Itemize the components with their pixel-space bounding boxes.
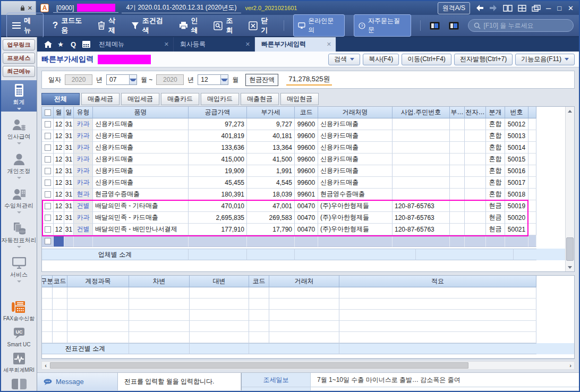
- grid-cell[interactable]: [247, 235, 295, 247]
- grid-cell[interactable]: 신용카드매출: [93, 130, 189, 142]
- grid-cell[interactable]: 12: [54, 130, 64, 142]
- journal-cell[interactable]: [42, 321, 53, 332]
- journal-cell[interactable]: [249, 299, 269, 310]
- grid-cell[interactable]: [93, 235, 189, 247]
- journal-cell[interactable]: [249, 310, 269, 321]
- grid-cell[interactable]: 31: [64, 212, 74, 224]
- grid-cell[interactable]: 카과: [74, 118, 93, 130]
- grid-cell[interactable]: 31: [64, 177, 74, 189]
- journal-cell[interactable]: [129, 287, 190, 299]
- type-tab-sales-card[interactable]: 매출카드: [161, 93, 199, 105]
- journal-cell[interactable]: [53, 287, 67, 299]
- journal-cell[interactable]: [53, 332, 67, 343]
- function-menu-button[interactable]: 기능모음(F11): [515, 54, 575, 65]
- grid-cell[interactable]: [465, 224, 486, 235]
- grid-cell[interactable]: [450, 142, 465, 154]
- cash-balance-button[interactable]: 현금잔액: [245, 74, 278, 86]
- grid-cell[interactable]: 17,790: [247, 224, 295, 235]
- journal-cell[interactable]: [269, 310, 339, 321]
- row-checkbox[interactable]: [45, 191, 51, 198]
- grid-cell[interactable]: [465, 177, 486, 189]
- grid-row[interactable]: 1231현과현금영수증매출180,39118,03999601현금영수증매출혼합…: [42, 189, 574, 200]
- code-help-button[interactable]: ? 코드도움: [53, 16, 89, 35]
- grid-cell[interactable]: [528, 177, 536, 189]
- grid-cell[interactable]: [450, 130, 465, 142]
- grid-cell[interactable]: [42, 212, 54, 224]
- grid-cell[interactable]: 12: [54, 177, 64, 189]
- grid-cell[interactable]: 50019: [505, 200, 528, 212]
- grid-cell[interactable]: 12: [54, 118, 64, 130]
- grid-row[interactable]: 1231카과신용카드매출133,63613,36499600신용카드매출혼합50…: [42, 142, 574, 154]
- grid-cell[interactable]: [450, 189, 465, 200]
- news-row[interactable]: 조세일보 7월 1~10일 수출 마이너스로 출발… 감소폭은 줄여: [242, 373, 579, 387]
- grid-cell[interactable]: 신용카드매출: [93, 142, 189, 154]
- sidebar-nav-service[interactable]: 서비스: [1, 253, 37, 284]
- news-headline[interactable]: 코로나로 세금 못 내 위기 놓인 납세자에 제대로 안내해야: [311, 387, 478, 390]
- journal-cell[interactable]: [339, 332, 536, 343]
- layout-toggle-left-icon[interactable]: [430, 22, 440, 30]
- grid-cell[interactable]: [528, 165, 536, 177]
- journal-cell[interactable]: [42, 310, 53, 321]
- grid-cell[interactable]: 31: [64, 142, 74, 154]
- grid-cell[interactable]: [450, 165, 465, 177]
- menu-button[interactable]: 메뉴: [6, 13, 44, 38]
- grid-cell[interactable]: [42, 130, 54, 142]
- grid-cell[interactable]: 9,727: [247, 118, 295, 130]
- favorites-star-icon[interactable]: ★: [54, 37, 67, 52]
- grid-cell[interactable]: 카과: [74, 212, 93, 224]
- grid-cell[interactable]: 31: [64, 118, 74, 130]
- grid-cell[interactable]: 현과: [74, 189, 93, 200]
- journal-cell[interactable]: [339, 299, 536, 310]
- month-from-select[interactable]: 07: [106, 74, 137, 85]
- sidebar-tool-tax-mri[interactable]: 세무회계MRI: [1, 350, 37, 376]
- grid-cell[interactable]: [189, 235, 247, 247]
- scroll-right-icon[interactable]: ›: [567, 362, 574, 369]
- grid-cell[interactable]: 배달의민족 - 카드매출: [93, 212, 189, 224]
- grid-cell[interactable]: [393, 235, 450, 247]
- maximize-button[interactable]: □: [557, 4, 562, 12]
- journal-cell[interactable]: [249, 287, 269, 299]
- row-checkbox[interactable]: [45, 121, 51, 127]
- grid-cell[interactable]: 혼합: [486, 165, 505, 177]
- journal-cell[interactable]: [190, 332, 249, 343]
- grid-cell[interactable]: 31: [64, 189, 74, 200]
- journal-cell[interactable]: [339, 310, 536, 321]
- grid-cell[interactable]: [42, 200, 54, 212]
- grid-cell[interactable]: 혼합: [486, 177, 505, 189]
- dropdown-icon[interactable]: [220, 75, 228, 84]
- delete-button[interactable]: 삭제: [98, 16, 122, 35]
- journal-cell[interactable]: [249, 332, 269, 343]
- journal-cell[interactable]: [67, 332, 129, 343]
- journal-cell[interactable]: [67, 299, 129, 310]
- grid-cell[interactable]: 99601: [295, 189, 318, 200]
- grid-cell[interactable]: [393, 189, 450, 200]
- row-checkbox[interactable]: [45, 168, 51, 174]
- type-tab-purchase-tax[interactable]: 매입세금: [121, 93, 159, 105]
- grid-cell[interactable]: 혼합: [486, 189, 505, 200]
- journal-cell[interactable]: [129, 332, 190, 343]
- grid-cell[interactable]: 415,000: [189, 154, 247, 165]
- grid-cell[interactable]: [528, 118, 536, 130]
- grid-cell[interactable]: 269,583: [247, 212, 295, 224]
- journal-cell[interactable]: [190, 299, 249, 310]
- grid-cell[interactable]: 배달의민족 - 배민만나서결제: [93, 224, 189, 235]
- grid-cell[interactable]: 1,991: [247, 165, 295, 177]
- grid-cell[interactable]: 401,819: [189, 130, 247, 142]
- grid-cell[interactable]: [465, 154, 486, 165]
- grid-cell[interactable]: 31: [64, 200, 74, 212]
- grid-cell[interactable]: [450, 224, 465, 235]
- grid-cell[interactable]: 혼합: [486, 118, 505, 130]
- tab-quick-vat-entry[interactable]: 빠른부가세입력✕: [255, 37, 336, 52]
- grid-cell[interactable]: 12: [54, 165, 64, 177]
- grid-row[interactable]: 1231카과신용카드매출45,4554,54599600신용카드매출혼합5001…: [42, 177, 574, 189]
- grid-cell[interactable]: [42, 235, 54, 247]
- grid-cell[interactable]: 12: [54, 212, 64, 224]
- grid-cell[interactable]: [465, 212, 486, 224]
- grid-cell[interactable]: [295, 235, 318, 247]
- grid-row[interactable]: 1231건별배달의민족 - 기타매출470,01047,00100470(주)우…: [42, 200, 574, 212]
- grid-row[interactable]: 1231카과신용카드매출415,00041,50099600신용카드매출혼합50…: [42, 154, 574, 165]
- grid-cell[interactable]: [465, 235, 486, 247]
- faq-button[interactable]: ? 자주묻는질문: [354, 14, 411, 37]
- grid-cell[interactable]: 99600: [295, 154, 318, 165]
- horizontal-scrollbar[interactable]: ‹ ›: [41, 361, 575, 370]
